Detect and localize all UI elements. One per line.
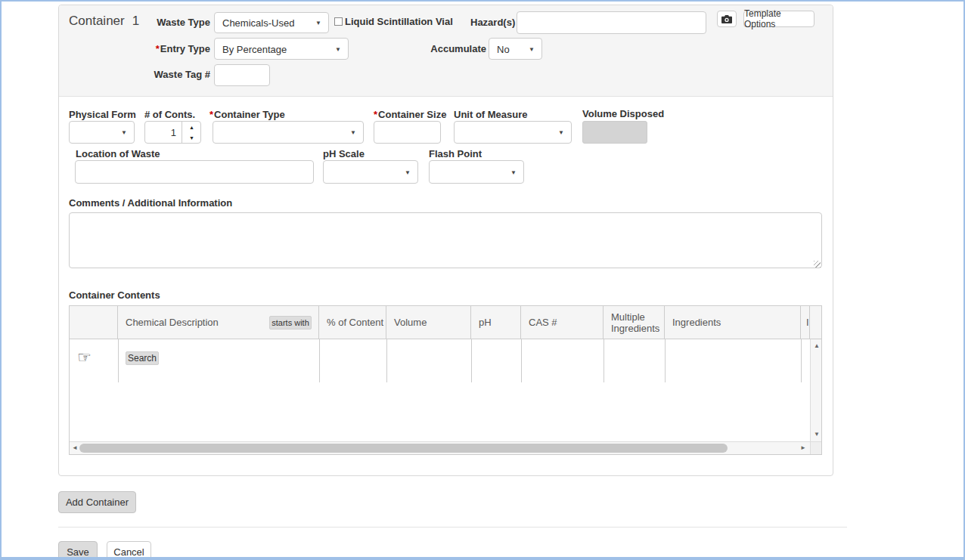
add-container-label: Add Container xyxy=(66,497,129,508)
textarea-resize-handle[interactable] xyxy=(814,261,821,268)
chevron-down-icon: ▼ xyxy=(405,169,411,175)
required-marker: * xyxy=(374,109,377,120)
horizontal-scrollbar-thumb[interactable] xyxy=(79,444,728,453)
stepper-up-button[interactable]: ▲ xyxy=(182,122,201,132)
flash-point-label: Flash Point xyxy=(429,148,482,159)
container-title-text: Container xyxy=(69,14,125,28)
template-options-label: Template Options xyxy=(744,8,814,29)
column-header-clipped: I xyxy=(801,306,810,339)
container-type-select[interactable]: ▼ xyxy=(213,121,364,144)
waste-type-label: Waste Type xyxy=(121,17,210,28)
waste-type-value: Chemicals-Used xyxy=(222,17,294,29)
accumulate-value: No xyxy=(497,43,510,54)
container-type-label-text: Container Type xyxy=(214,109,285,120)
scrollbar-corner xyxy=(810,441,821,454)
camera-icon xyxy=(721,15,732,23)
column-header-multiple-ingredients: Multiple Ingredients xyxy=(604,306,665,339)
cancel-button[interactable]: Cancel xyxy=(107,541,151,560)
required-marker: * xyxy=(156,43,160,54)
entry-type-value: By Percentage xyxy=(222,43,287,54)
hazards-input[interactable] xyxy=(517,11,706,34)
location-of-waste-input[interactable] xyxy=(75,160,314,184)
ph-scale-select[interactable]: ▼ xyxy=(323,160,418,184)
save-label: Save xyxy=(67,546,89,558)
volume-disposed-label: Volume Disposed xyxy=(582,108,664,119)
container-size-label-text: Container Size xyxy=(378,109,446,120)
search-button-label: Search xyxy=(128,353,157,364)
unit-of-measure-select[interactable]: ▼ xyxy=(454,121,572,144)
arrow-up-icon: ▲ xyxy=(189,125,194,130)
chevron-down-icon: ▼ xyxy=(350,129,356,136)
arrow-down-icon: ▼ xyxy=(189,135,194,141)
num-conts-stepper: ▲ ▼ xyxy=(144,121,201,144)
chevron-down-icon: ▼ xyxy=(529,45,535,52)
entry-type-label: *Entry Type xyxy=(121,43,210,54)
hand-pointer-icon: ☞ xyxy=(77,349,92,365)
container-type-label: *Container Type xyxy=(209,109,285,120)
flash-point-select[interactable]: ▼ xyxy=(429,160,524,184)
search-button[interactable]: Search xyxy=(126,351,159,365)
stepper-down-button[interactable]: ▼ xyxy=(182,132,201,143)
ph-scale-label: pH Scale xyxy=(323,148,365,159)
container-size-input[interactable] xyxy=(374,121,441,144)
accumulate-label: Accumulate xyxy=(401,43,486,54)
num-conts-input[interactable] xyxy=(145,122,182,143)
table-header-row: Chemical Description % of Content Volume… xyxy=(70,306,821,339)
waste-tag-input[interactable] xyxy=(214,64,270,86)
chevron-down-icon: ▼ xyxy=(510,169,517,175)
column-header-ph: pH xyxy=(471,306,521,339)
scroll-down-button[interactable]: ▼ xyxy=(814,432,820,438)
physical-form-label: Physical Form xyxy=(69,109,136,120)
horizontal-scrollbar[interactable]: ◄ ► xyxy=(70,441,810,454)
camera-button[interactable] xyxy=(717,11,737,27)
volume-disposed-field xyxy=(582,121,647,144)
required-marker: * xyxy=(209,109,213,120)
save-button[interactable]: Save xyxy=(58,541,98,560)
cancel-label: Cancel xyxy=(113,546,144,558)
starts-with-filter-button[interactable]: starts with xyxy=(269,316,312,330)
container-contents-title: Container Contents xyxy=(69,289,160,301)
column-header-rowselect xyxy=(70,306,118,339)
table-row: ☞ Search xyxy=(70,339,810,382)
chevron-down-icon: ▼ xyxy=(558,129,564,136)
scroll-up-button[interactable]: ▲ xyxy=(814,343,820,349)
liquid-scintillation-vial-label: Liquid Scintillation Vial xyxy=(345,16,453,27)
chevron-down-icon: ▼ xyxy=(315,20,321,26)
chevron-down-icon: ▼ xyxy=(335,45,341,52)
container-size-label: *Container Size xyxy=(374,109,446,120)
accumulate-select[interactable]: No ▼ xyxy=(489,38,542,60)
scroll-right-button[interactable]: ► xyxy=(800,445,806,451)
liquid-scintillation-vial-checkbox[interactable] xyxy=(334,17,343,26)
container-contents-table: Chemical Description % of Content Volume… xyxy=(69,305,822,455)
entry-type-label-text: Entry Type xyxy=(160,43,210,54)
waste-tag-label: Waste Tag # xyxy=(121,69,210,80)
location-of-waste-label: Location of Waste xyxy=(76,148,160,159)
starts-with-label: starts with xyxy=(272,318,309,327)
column-header-percent-of-content: % of Content xyxy=(319,306,386,339)
template-options-button[interactable]: Template Options xyxy=(743,11,815,27)
entry-type-select[interactable]: By Percentage ▼ xyxy=(214,38,349,60)
comments-textarea[interactable] xyxy=(69,212,822,268)
scroll-left-button[interactable]: ◄ xyxy=(72,445,78,451)
bottom-divider xyxy=(58,527,847,528)
physical-form-select[interactable]: ▼ xyxy=(69,121,135,144)
waste-type-select[interactable]: Chemicals-Used ▼ xyxy=(214,12,329,33)
column-header-volume: Volume xyxy=(386,306,471,339)
comments-label: Comments / Additional Information xyxy=(69,197,232,209)
column-header-cas: CAS # xyxy=(521,306,604,339)
add-container-button[interactable]: Add Container xyxy=(58,491,136,513)
column-header-ingredients: Ingredients xyxy=(665,306,801,339)
chevron-down-icon: ▼ xyxy=(121,129,127,136)
hazards-label: Hazard(s) xyxy=(470,17,515,28)
unit-of-measure-label: Unit of Measure xyxy=(454,109,528,120)
num-conts-label: # of Conts. xyxy=(144,109,195,120)
vertical-scrollbar[interactable]: ▲ ▼ xyxy=(810,339,821,441)
